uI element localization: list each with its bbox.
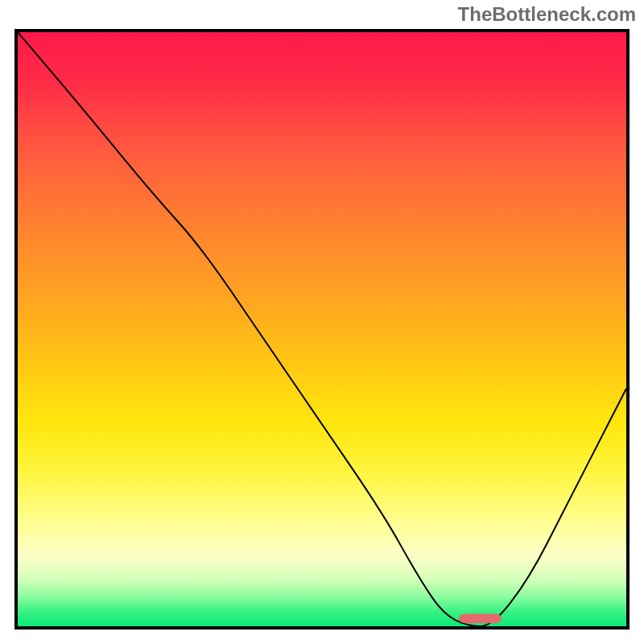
chart-frame <box>14 29 630 630</box>
watermark-text: TheBottleneck.com <box>458 3 636 26</box>
svg-rect-0 <box>459 614 502 624</box>
optimal-marker <box>18 32 626 626</box>
